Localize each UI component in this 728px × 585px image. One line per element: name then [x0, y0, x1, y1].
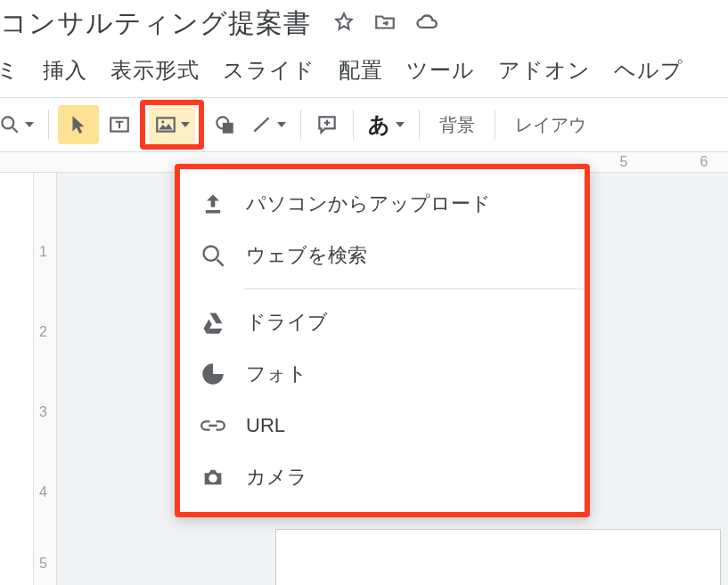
separator	[300, 110, 301, 140]
background-button[interactable]: 背景	[429, 105, 486, 144]
dropdown-search-web[interactable]: ウェブを検索	[180, 230, 585, 281]
ruler-tick: 4	[39, 484, 47, 500]
menu-format[interactable]: 表示形式	[110, 56, 200, 85]
separator	[495, 110, 495, 140]
dropdown-upload-from-computer[interactable]: パソコンからアップロード	[180, 178, 585, 230]
dropdown-item-label: パソコンからアップロード	[246, 191, 491, 217]
toolbar: あ 背景 レイアウ 5 6	[0, 97, 728, 173]
cloud-status-icon[interactable]	[414, 10, 439, 38]
textbox-tool[interactable]	[102, 105, 136, 144]
dropdown-url[interactable]: URL	[180, 400, 585, 451]
menu-insert[interactable]: 挿入	[43, 56, 87, 85]
menu-slide[interactable]: スライド	[223, 56, 315, 85]
ruler-tick: 5	[39, 556, 47, 572]
separator	[48, 110, 49, 140]
link-icon	[200, 412, 226, 439]
comment-tool[interactable]	[310, 105, 344, 144]
svg-line-7	[254, 118, 268, 131]
dropdown-drive[interactable]: ドライブ	[180, 297, 585, 348]
ruler-vertical: 1 2 3 4 5	[34, 173, 57, 585]
separator	[419, 110, 420, 140]
dropdown-item-label: URL	[246, 414, 285, 437]
ruler-tick: 2	[39, 324, 47, 340]
move-folder-icon[interactable]	[373, 11, 397, 37]
select-tool[interactable]	[58, 105, 99, 144]
svg-line-1	[12, 127, 17, 132]
chevron-down-icon	[181, 122, 190, 127]
dropdown-item-label: フォト	[246, 361, 307, 387]
thumbnail-column[interactable]	[0, 173, 34, 585]
svg-point-13	[209, 475, 217, 483]
insert-image-button[interactable]	[149, 105, 195, 144]
insert-image-dropdown: パソコンからアップロード ウェブを検索 ドライブ フォト URL カメラ	[175, 164, 590, 517]
ruler-tick: 1	[39, 244, 47, 260]
svg-point-11	[204, 247, 218, 261]
dropdown-photos[interactable]: フォト	[180, 348, 585, 400]
chevron-down-icon	[277, 122, 286, 127]
menu-tools[interactable]: ツール	[406, 56, 475, 85]
chevron-down-icon	[396, 122, 405, 127]
photos-icon	[200, 361, 226, 387]
layout-button[interactable]: レイアウ	[504, 105, 590, 144]
title-row: コンサルティング提案書	[0, 0, 728, 49]
menubar: ミ 挿入 表示形式 スライド 配置 ツール アドオン ヘルプ	[0, 49, 728, 97]
star-icon[interactable]	[332, 11, 356, 37]
svg-point-0	[2, 117, 13, 128]
line-tool[interactable]	[245, 105, 291, 144]
chevron-down-icon	[25, 122, 34, 127]
menu-arrange[interactable]: 配置	[339, 56, 383, 85]
svg-point-4	[161, 120, 164, 123]
dropdown-item-label: ウェブを検索	[246, 242, 367, 269]
menu-item-partial[interactable]: ミ	[0, 56, 20, 85]
input-tools[interactable]: あ	[363, 105, 410, 144]
title-icons	[332, 10, 439, 38]
dropdown-item-label: ドライブ	[246, 309, 328, 336]
drive-icon	[200, 309, 226, 336]
insert-image-button-highlight	[140, 100, 204, 150]
ruler-tick: 6	[700, 154, 708, 170]
separator	[353, 110, 354, 140]
menu-help[interactable]: ヘルプ	[614, 56, 683, 85]
document-title[interactable]: コンサルティング提案書	[0, 5, 311, 42]
menu-addons[interactable]: アドオン	[498, 56, 591, 85]
zoom-tool[interactable]	[0, 105, 39, 144]
shape-tool[interactable]	[208, 105, 241, 144]
svg-rect-10	[206, 210, 220, 214]
upload-icon	[200, 191, 226, 217]
svg-line-12	[217, 260, 224, 266]
dropdown-camera[interactable]: カメラ	[180, 451, 585, 503]
dropdown-item-label: カメラ	[246, 464, 307, 491]
ruler-tick: 5	[620, 154, 628, 170]
ruler-tick: 3	[39, 404, 47, 420]
dropdown-divider	[244, 288, 585, 289]
svg-rect-6	[224, 124, 233, 133]
search-icon	[200, 242, 226, 269]
camera-icon	[200, 464, 226, 491]
